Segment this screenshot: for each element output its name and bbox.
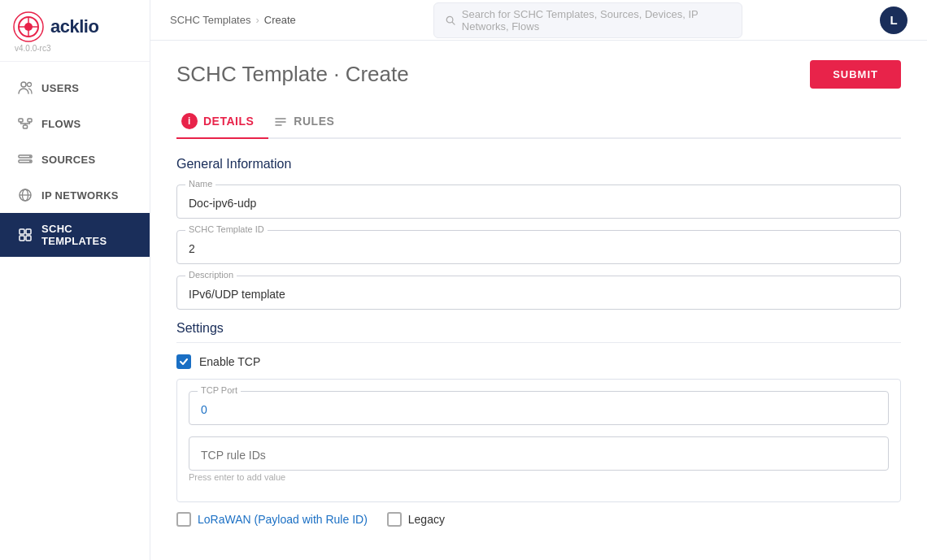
breadcrumb: SCHC Templates › Create — [170, 14, 296, 26]
tab-details[interactable]: i DETAILS — [176, 105, 268, 139]
page-header: SCHC Template · Create SUBMIT — [176, 60, 901, 89]
users-icon — [17, 80, 33, 96]
tab-rules-label: RULES — [294, 115, 334, 128]
schc-id-input[interactable] — [177, 231, 900, 263]
network-icon — [17, 187, 33, 203]
sidebar-item-users-label: USERS — [41, 82, 79, 94]
description-input[interactable] — [177, 276, 900, 309]
tab-details-label: DETAILS — [203, 115, 254, 128]
sidebar-item-flows[interactable]: FLOWS — [0, 106, 150, 141]
user-initial: L — [890, 13, 897, 27]
breadcrumb-separator: › — [255, 14, 259, 26]
tcp-port-field-group: TCP Port — [189, 391, 889, 425]
page-title: SCHC Template · Create — [176, 62, 409, 87]
page-title-sub: Create — [346, 62, 409, 86]
svg-point-5 — [21, 82, 26, 87]
tabs: i DETAILS RULES — [176, 105, 901, 139]
submit-button[interactable]: SUBMIT — [810, 60, 901, 89]
description-label: Description — [185, 270, 237, 280]
schc-id-field-wrapper: SCHC Template ID — [176, 230, 901, 264]
sidebar-item-ip-networks[interactable]: IP NETWORKS — [0, 177, 150, 213]
lorawan-suffix: (Payload with Rule ID) — [255, 513, 368, 526]
search-icon — [446, 15, 455, 26]
tcp-rule-ids-input[interactable] — [189, 437, 888, 470]
tcp-subsection: TCP Port Press enter to add value — [176, 379, 901, 502]
page-title-sep: · — [333, 62, 345, 86]
svg-rect-21 — [26, 236, 31, 241]
svg-line-23 — [452, 22, 455, 24]
lorawan-label: LoRaWAN (Payload with Rule ID) — [198, 513, 368, 526]
bottom-checkbox-row: LoRaWAN (Payload with Rule ID) Legacy — [176, 512, 901, 527]
general-info-title: General Information — [176, 157, 901, 171]
svg-rect-19 — [26, 229, 31, 234]
tcp-rule-ids-field-group: Press enter to add value — [189, 436, 889, 482]
sidebar-item-schc-templates[interactable]: SCHC TEMPLATES — [0, 213, 150, 257]
name-label: Name — [185, 179, 215, 189]
rules-icon — [273, 114, 288, 128]
settings-section: Settings Enable TCP TCP Port — [176, 321, 901, 527]
legacy-checkbox[interactable] — [387, 512, 402, 527]
svg-rect-9 — [24, 125, 28, 128]
name-input[interactable] — [177, 185, 900, 218]
svg-point-13 — [29, 156, 31, 158]
breadcrumb-current: Create — [264, 14, 296, 26]
legacy-checkbox-item: Legacy — [387, 512, 445, 527]
name-field-group: Name — [176, 184, 901, 219]
enable-tcp-checkbox[interactable] — [176, 354, 191, 369]
legacy-label: Legacy — [408, 513, 445, 526]
flows-icon — [17, 115, 33, 132]
sidebar-item-flows-label: FLOWS — [41, 118, 81, 130]
sidebar-item-schc-templates-label: SCHC TEMPLATES — [41, 223, 135, 247]
logo-text: acklio — [50, 16, 98, 37]
name-field-wrapper: Name — [176, 184, 901, 219]
schc-id-label: SCHC Template ID — [185, 224, 268, 234]
sidebar-item-users[interactable]: USERS — [0, 70, 150, 106]
main-area: SCHC Templates › Create Search for SCHC … — [150, 0, 927, 560]
sidebar-nav: USERS FLOWS — [0, 62, 150, 560]
tcp-port-label: TCP Port — [198, 385, 241, 395]
checkmark-icon — [179, 357, 189, 367]
page-title-main: SCHC Template — [176, 62, 328, 86]
search-bar[interactable]: Search for SCHC Templates, Sources, Devi… — [433, 2, 742, 38]
enable-tcp-row: Enable TCP — [176, 354, 901, 369]
tcp-port-field-wrapper: TCP Port — [189, 391, 889, 425]
lorawan-checkbox-item: LoRaWAN (Payload with Rule ID) — [176, 512, 368, 527]
svg-rect-20 — [20, 236, 24, 241]
schc-id-field-group: SCHC Template ID — [176, 230, 901, 264]
general-info-section: General Information Name SCHC Template I… — [176, 157, 901, 310]
svg-rect-18 — [20, 229, 24, 234]
tcp-hint: Press enter to add value — [189, 472, 889, 482]
lorawan-checkbox[interactable] — [176, 512, 191, 527]
sidebar: acklio v4.0.0-rc3 USERS — [0, 0, 150, 560]
settings-title: Settings — [176, 321, 901, 343]
enable-tcp-label: Enable TCP — [199, 355, 260, 368]
sidebar-item-sources-label: SOURCES — [41, 154, 95, 166]
templates-icon — [17, 227, 33, 243]
logo-version: v4.0.0-rc3 — [15, 44, 50, 53]
acklio-logo-icon — [13, 11, 44, 42]
logo-area: acklio v4.0.0-rc3 — [0, 0, 150, 62]
sidebar-item-ip-networks-label: IP NETWORKS — [41, 189, 119, 202]
sidebar-item-sources[interactable]: SOURCES — [0, 141, 150, 177]
svg-point-14 — [29, 161, 31, 163]
tcp-rule-ids-field-wrapper — [189, 436, 889, 471]
tcp-port-input[interactable] — [189, 392, 888, 424]
content-area: SCHC Template · Create SUBMIT i DETAILS — [150, 41, 927, 560]
details-icon: i — [181, 113, 198, 129]
search-placeholder: Search for SCHC Templates, Sources, Devi… — [462, 8, 730, 33]
svg-point-6 — [28, 83, 32, 87]
description-field-wrapper: Description — [176, 276, 901, 310]
user-avatar[interactable]: L — [880, 7, 907, 34]
description-field-group: Description — [176, 276, 901, 310]
breadcrumb-parent[interactable]: SCHC Templates — [170, 14, 250, 26]
sources-icon — [17, 151, 33, 167]
topbar: SCHC Templates › Create Search for SCHC … — [150, 0, 927, 41]
tab-rules[interactable]: RULES — [268, 105, 349, 139]
